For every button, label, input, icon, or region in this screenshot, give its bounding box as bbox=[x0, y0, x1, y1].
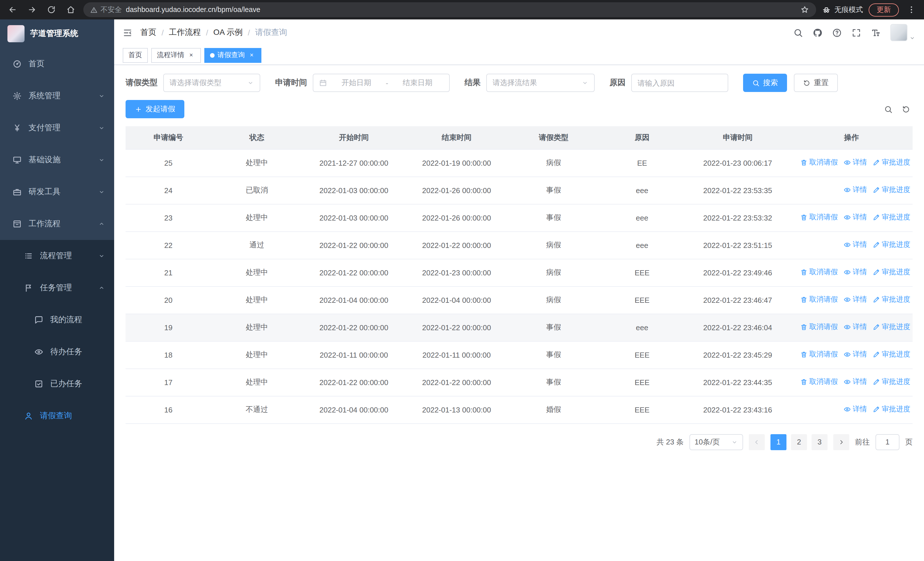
progress-action-link[interactable]: 审批进度 bbox=[873, 158, 910, 167]
done-icon bbox=[34, 379, 44, 388]
font-size-button[interactable] bbox=[871, 28, 880, 38]
browser-back-button[interactable] bbox=[6, 3, 20, 17]
sidebar-item-infrastructure[interactable]: 基础设施 bbox=[0, 144, 114, 176]
detail-action-link[interactable]: 详情 bbox=[843, 158, 867, 167]
filter-buttons: 搜索 重置 bbox=[743, 74, 838, 92]
apply-time-cell: 2022-01-22 23:46:04 bbox=[685, 314, 790, 341]
sidebar-item-label: 请假查询 bbox=[40, 411, 105, 421]
apply-time-range-picker[interactable]: 开始日期 - 结束日期 bbox=[313, 74, 450, 92]
progress-action-link[interactable]: 审批进度 bbox=[873, 322, 910, 332]
detail-action-link[interactable]: 详情 bbox=[843, 267, 867, 277]
sidebar-item-process-mgmt[interactable]: 流程管理 bbox=[0, 240, 114, 272]
sidebar-item-leave-query[interactable]: 请假查询 bbox=[0, 400, 114, 432]
close-icon[interactable]: × bbox=[248, 51, 256, 59]
progress-action-link[interactable]: 审批进度 bbox=[873, 185, 910, 195]
tab-bar: 首页流程详情×请假查询× bbox=[114, 46, 924, 65]
header-search-button[interactable] bbox=[793, 28, 803, 38]
menu-fold-button[interactable] bbox=[123, 28, 132, 38]
progress-action-link[interactable]: 审批进度 bbox=[873, 405, 910, 414]
tab-home[interactable]: 首页 bbox=[123, 48, 148, 63]
sidebar-item-my-process[interactable]: 我的流程 bbox=[0, 304, 114, 336]
sidebar-item-task-mgmt[interactable]: 任务管理 bbox=[0, 272, 114, 304]
progress-action-link[interactable]: 审批进度 bbox=[873, 267, 910, 277]
sidebar-item-dev-tools[interactable]: 研发工具 bbox=[0, 176, 114, 208]
refresh-table-button[interactable] bbox=[902, 105, 910, 113]
progress-action-link[interactable]: 审批进度 bbox=[873, 295, 910, 304]
result-select[interactable]: 请选择流结果 bbox=[486, 74, 595, 92]
sidebar-item-done-task[interactable]: 已办任务 bbox=[0, 368, 114, 400]
progress-action-link[interactable]: 审批进度 bbox=[873, 240, 910, 250]
prev-page-button[interactable] bbox=[749, 434, 765, 450]
browser-home-button[interactable] bbox=[64, 3, 78, 17]
reason-input[interactable] bbox=[638, 78, 722, 87]
next-page-button[interactable] bbox=[833, 434, 849, 450]
reset-button[interactable]: 重置 bbox=[794, 74, 838, 92]
fullscreen-button[interactable] bbox=[852, 28, 861, 38]
cancel-action-link[interactable]: 取消请假 bbox=[800, 295, 838, 304]
trash-icon bbox=[800, 378, 808, 386]
cancel-action-link[interactable]: 取消请假 bbox=[800, 350, 838, 359]
browser-update-button[interactable]: 更新 bbox=[868, 3, 899, 16]
progress-action-link[interactable]: 审批进度 bbox=[873, 350, 910, 359]
cancel-action-link[interactable]: 取消请假 bbox=[800, 212, 838, 222]
security-chip[interactable]: 不安全 bbox=[90, 5, 122, 15]
create-leave-button[interactable]: 发起请假 bbox=[126, 100, 184, 118]
goto-suffix: 页 bbox=[905, 437, 913, 447]
user-avatar-menu[interactable] bbox=[890, 24, 915, 41]
search-button[interactable]: 搜索 bbox=[743, 74, 787, 92]
page-size-select[interactable]: 10条/页 bbox=[689, 434, 743, 450]
breadcrumb-item[interactable]: 首页 bbox=[140, 27, 156, 38]
detail-action-label: 详情 bbox=[853, 158, 867, 167]
detail-action-label: 详情 bbox=[853, 405, 867, 414]
cancel-action-link[interactable]: 取消请假 bbox=[800, 322, 838, 332]
actions-cell: 取消请假详情审批进度 bbox=[790, 314, 913, 341]
end-time-cell: 2022-01-11 00:00:00 bbox=[405, 341, 508, 368]
detail-action-link[interactable]: 详情 bbox=[843, 322, 867, 332]
browser-reload-button[interactable] bbox=[45, 3, 58, 17]
page-button-1[interactable]: 1 bbox=[771, 434, 786, 450]
github-link[interactable] bbox=[813, 28, 822, 38]
apply-time-label: 申请时间 bbox=[275, 78, 307, 88]
result-placeholder: 请选择流结果 bbox=[492, 78, 537, 88]
apply-id-cell: 20 bbox=[126, 286, 211, 314]
progress-action-link[interactable]: 审批进度 bbox=[873, 377, 910, 387]
goto-page-input[interactable] bbox=[876, 434, 900, 450]
cancel-action-link[interactable]: 取消请假 bbox=[800, 377, 838, 387]
leave-type-cell: 事假 bbox=[508, 204, 599, 232]
breadcrumb-item[interactable]: 工作流程 bbox=[169, 27, 201, 38]
detail-action-link[interactable]: 详情 bbox=[843, 377, 867, 387]
workflow-icon bbox=[12, 220, 22, 229]
sidebar-item-home[interactable]: 首页 bbox=[0, 48, 114, 80]
tab-leave-query[interactable]: 请假查询× bbox=[204, 48, 261, 63]
page-button-2[interactable]: 2 bbox=[791, 434, 807, 450]
progress-action-label: 审批进度 bbox=[882, 158, 910, 167]
detail-action-link[interactable]: 详情 bbox=[843, 185, 867, 195]
page-button-3[interactable]: 3 bbox=[812, 434, 828, 450]
detail-action-link[interactable]: 详情 bbox=[843, 212, 867, 222]
close-icon[interactable]: × bbox=[187, 51, 195, 59]
help-button[interactable] bbox=[832, 28, 842, 38]
detail-action-link[interactable]: 详情 bbox=[843, 240, 867, 250]
sidebar-item-system[interactable]: 系统管理 bbox=[0, 80, 114, 112]
sidebar-item-workflow[interactable]: 工作流程 bbox=[0, 208, 114, 240]
breadcrumb-item[interactable]: OA 示例 bbox=[213, 27, 243, 38]
detail-action-link[interactable]: 详情 bbox=[843, 295, 867, 304]
sidebar-item-payment[interactable]: 支付管理 bbox=[0, 112, 114, 144]
toggle-search-button[interactable] bbox=[884, 105, 892, 113]
detail-action-link[interactable]: 详情 bbox=[843, 350, 867, 359]
leave-type-select[interactable]: 请选择请假类型 bbox=[163, 74, 260, 92]
tab-process-detail[interactable]: 流程详情× bbox=[151, 48, 201, 63]
cancel-action-link[interactable]: 取消请假 bbox=[800, 158, 838, 167]
browser-forward-button[interactable] bbox=[25, 3, 39, 17]
start-time-cell: 2022-01-22 00:00:00 bbox=[303, 314, 405, 341]
bookmark-star-icon[interactable] bbox=[800, 5, 809, 14]
chevron-right-icon bbox=[838, 438, 844, 445]
detail-action-link[interactable]: 详情 bbox=[843, 405, 867, 414]
browser-menu-button[interactable] bbox=[904, 3, 918, 17]
progress-action-label: 审批进度 bbox=[882, 240, 910, 250]
cancel-action-link[interactable]: 取消请假 bbox=[800, 267, 838, 277]
address-bar[interactable]: 不安全 dashboard.yudao.iocoder.cn/bpm/oa/le… bbox=[83, 2, 816, 17]
sidebar-item-todo-task[interactable]: 待办任务 bbox=[0, 336, 114, 368]
progress-action-link[interactable]: 审批进度 bbox=[873, 212, 910, 222]
apply-id-cell: 23 bbox=[126, 204, 211, 232]
